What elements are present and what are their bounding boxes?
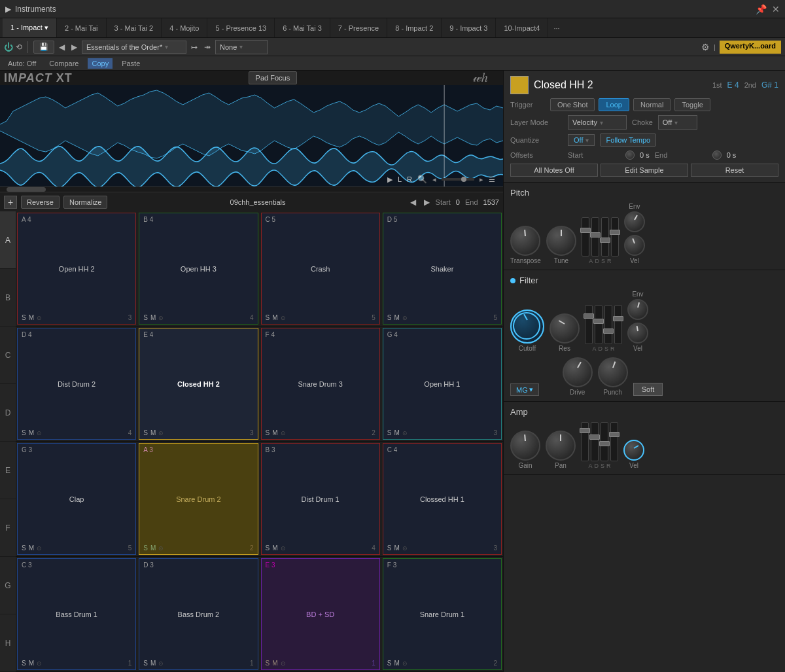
filter-release-fader[interactable] bbox=[614, 305, 622, 344]
soft-button[interactable]: Soft bbox=[633, 383, 663, 396]
instrument-tab-6[interactable]: 6 - Mai Tai 3 bbox=[275, 18, 330, 37]
note-2nd-value[interactable]: G# 1 bbox=[761, 80, 778, 90]
sustain-fader[interactable] bbox=[601, 217, 609, 256]
pad-e4-closed-hh2[interactable]: E 4 Closed HH 2 S M ⊙ 3 bbox=[139, 328, 258, 440]
solo-button[interactable]: S bbox=[387, 544, 392, 552]
follow-tempo-button[interactable]: Follow Tempo bbox=[600, 133, 656, 147]
offset-end-knob[interactable] bbox=[712, 150, 722, 160]
pad-a4-open-hh2[interactable]: A 4 Open HH 2 S M ⊙ 3 bbox=[17, 213, 136, 325]
quantize-select[interactable]: Off ▾ bbox=[568, 134, 595, 146]
pad-b4-open-hh3[interactable]: B 4 Open HH 3 S M ⊙ 4 bbox=[139, 213, 258, 325]
pad-focus-button[interactable]: Pad Focus bbox=[249, 71, 298, 84]
row-label-d[interactable]: D bbox=[0, 384, 16, 442]
row-label-g[interactable]: G bbox=[0, 557, 16, 614]
offset-start-knob[interactable] bbox=[625, 150, 635, 160]
save-button[interactable]: 💾 bbox=[33, 41, 54, 54]
pad-c3-bass-drum1[interactable]: C 3 Bass Drum 1 S M ⊙ 1 bbox=[17, 558, 136, 670]
note-1st-value[interactable]: E 4 bbox=[727, 80, 739, 90]
preset-name-display[interactable]: Essentials of the Order* ▾ bbox=[82, 41, 186, 54]
solo-button[interactable]: S bbox=[266, 314, 270, 321]
decay-fader[interactable] bbox=[591, 217, 599, 256]
drive-knob[interactable] bbox=[563, 357, 593, 387]
power-button[interactable]: ⏻ bbox=[4, 42, 13, 52]
none-select[interactable]: None ▾ bbox=[215, 40, 268, 54]
mute-button[interactable]: M bbox=[150, 544, 156, 552]
tune-knob[interactable] bbox=[546, 226, 576, 256]
cutoff-knob[interactable] bbox=[510, 309, 544, 344]
mute-button[interactable]: M bbox=[272, 660, 277, 667]
row-label-a[interactable]: A bbox=[0, 211, 16, 269]
next-preset-button[interactable]: ▶ bbox=[69, 43, 79, 52]
pitch-env-knob[interactable] bbox=[624, 211, 645, 232]
pitch-vel-knob[interactable] bbox=[624, 235, 645, 256]
solo-button[interactable]: S bbox=[387, 429, 392, 436]
normal-button[interactable]: Normal bbox=[633, 98, 671, 111]
start-value[interactable]: 0 bbox=[456, 198, 460, 206]
solo-button[interactable]: S bbox=[387, 660, 392, 667]
instrument-tab-2[interactable]: 2 - Mai Tai bbox=[57, 18, 107, 37]
reset-button[interactable]: Reset bbox=[691, 164, 778, 177]
volume-slider[interactable] bbox=[442, 178, 474, 181]
pad-c5-crash[interactable]: C 5 Crash S M ⊙ 5 bbox=[261, 213, 380, 325]
instrument-tab-10[interactable]: 10-Impact4 bbox=[496, 18, 548, 37]
pad-d3-bass-drum2[interactable]: D 3 Bass Drum 2 S M ⊙ 1 bbox=[139, 558, 258, 670]
punch-knob[interactable] bbox=[598, 357, 628, 387]
row-label-c[interactable]: C bbox=[0, 327, 16, 384]
filter-sustain-fader[interactable] bbox=[604, 305, 612, 344]
pad-g3-clap[interactable]: G 3 Clap S M ⊙ 5 bbox=[17, 443, 136, 555]
play-button[interactable]: ▶ bbox=[387, 175, 392, 184]
solo-button[interactable]: S bbox=[387, 314, 392, 321]
paste-button[interactable]: Paste bbox=[118, 58, 144, 69]
mute-button[interactable]: M bbox=[150, 660, 156, 667]
next-sample-button[interactable]: ▶ bbox=[422, 198, 432, 207]
amp-sustain-fader[interactable] bbox=[601, 422, 608, 461]
close-button[interactable]: ✕ bbox=[772, 4, 780, 14]
pad-f4-snare-drum3[interactable]: F 4 Snare Drum 3 S M ⊙ 2 bbox=[261, 328, 380, 440]
solo-button[interactable]: S bbox=[22, 429, 26, 436]
solo-button[interactable]: S bbox=[22, 660, 26, 667]
pad-c4-clossed-hh1[interactable]: C 4 Clossed HH 1 S M ⊙ 3 bbox=[383, 443, 502, 555]
more-tabs-button[interactable]: ··· bbox=[548, 22, 565, 35]
solo-button[interactable]: S bbox=[143, 314, 148, 321]
attack-fader[interactable] bbox=[582, 217, 589, 256]
amp-decay-fader[interactable] bbox=[591, 422, 599, 461]
keyboard-button[interactable]: QwertyK...oard bbox=[720, 41, 781, 54]
toggle-button[interactable]: Toggle bbox=[674, 98, 710, 111]
pad-d4-dist-drum2[interactable]: D 4 Dist Drum 2 S M ⊙ 4 bbox=[17, 328, 136, 440]
instrument-tab-9[interactable]: 9 - Impact 3 bbox=[442, 18, 496, 37]
pad-d5-shaker[interactable]: D 5 Shaker S M ⊙ 5 bbox=[383, 213, 502, 325]
mute-button[interactable]: M bbox=[29, 544, 34, 552]
solo-button[interactable]: S bbox=[143, 660, 148, 667]
mute-button[interactable]: M bbox=[394, 314, 399, 321]
filter-vel-knob[interactable] bbox=[627, 323, 648, 344]
amp-attack-fader[interactable] bbox=[581, 422, 589, 461]
mute-button[interactable]: M bbox=[272, 314, 277, 321]
mute-button[interactable]: M bbox=[394, 544, 399, 552]
pan-knob[interactable] bbox=[546, 431, 576, 461]
menu-icon[interactable]: ☰ bbox=[489, 175, 495, 184]
instrument-tab-7[interactable]: 7 - Presence bbox=[330, 18, 387, 37]
pad-g4-open-hh1[interactable]: G 4 Open HH 1 S M ⊙ 3 bbox=[383, 328, 502, 440]
row-label-e[interactable]: E bbox=[0, 442, 16, 499]
release-fader[interactable] bbox=[611, 217, 619, 256]
solo-button[interactable]: S bbox=[266, 429, 270, 436]
mute-button[interactable]: M bbox=[29, 314, 34, 321]
solo-button[interactable]: S bbox=[143, 544, 148, 552]
solo-button[interactable]: S bbox=[266, 544, 270, 552]
pad-b3-dist-drum1[interactable]: B 3 Dist Drum 1 S M ⊙ 4 bbox=[261, 443, 380, 555]
amp-vel-knob[interactable] bbox=[623, 440, 644, 461]
offset-start-value[interactable]: 0 s bbox=[640, 151, 650, 159]
prev-preset-button[interactable]: ◀ bbox=[57, 43, 67, 52]
pad-f3-snare-drum1[interactable]: F 3 Snare Drum 1 S M ⊙ 2 bbox=[383, 558, 502, 670]
instrument-tab-8[interactable]: 8 - Impact 2 bbox=[387, 18, 442, 37]
normalize-button[interactable]: Normalize bbox=[63, 196, 108, 209]
filter-env-knob[interactable] bbox=[627, 299, 648, 320]
instrument-tab-3[interactable]: 3 - Mai Tai 2 bbox=[107, 18, 162, 37]
layer-mode-select[interactable]: Velocity ▾ bbox=[568, 115, 627, 130]
offset-end-value[interactable]: 0 s bbox=[727, 151, 737, 159]
transpose-knob[interactable] bbox=[510, 226, 540, 256]
filter-type-button[interactable]: MG ▾ bbox=[510, 383, 539, 396]
mute-button[interactable]: M bbox=[29, 660, 34, 667]
pin-button[interactable]: 📌 bbox=[756, 4, 767, 14]
waveform-scrollbar[interactable] bbox=[0, 186, 503, 192]
